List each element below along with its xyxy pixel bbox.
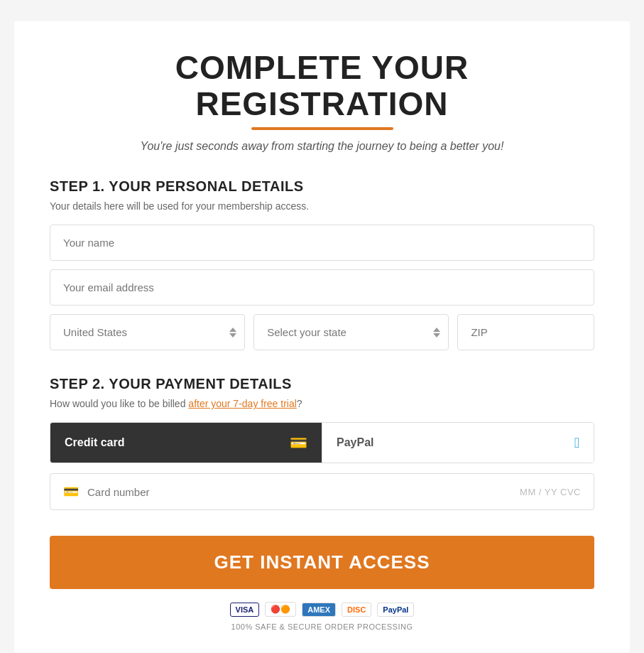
tab-credit-card[interactable]: Credit card 💳 xyxy=(50,423,322,463)
mastercard-badge: 🔴🟠 xyxy=(265,602,296,617)
submit-button[interactable]: GET INSTANT ACCESS xyxy=(50,536,594,589)
step2-desc-suffix: ? xyxy=(297,398,302,409)
card-extras-label: MM / YY CVC xyxy=(520,487,581,497)
title-underline xyxy=(251,127,393,130)
trial-link[interactable]: after your 7-day free trial xyxy=(188,398,297,409)
country-select[interactable]: United States xyxy=(50,314,245,350)
tab-paypal[interactable]: PayPal 𝏅 xyxy=(322,423,594,463)
step2-section: STEP 2. YOUR PAYMENT DETAILS How would y… xyxy=(50,376,594,510)
country-select-wrapper: United States xyxy=(50,314,245,350)
step2-desc-prefix: How would you like to be billed xyxy=(50,398,188,409)
paypal-icon: 𝏅 xyxy=(574,435,579,451)
step2-description: How would you like to be billed after yo… xyxy=(50,398,594,409)
location-row: United States Select your state xyxy=(50,314,594,350)
registration-container: COMPLETE YOUR REGISTRATION You're just s… xyxy=(14,21,630,652)
state-select[interactable]: Select your state xyxy=(253,314,449,350)
amex-badge: AMEX xyxy=(302,603,336,617)
zip-input[interactable] xyxy=(457,314,594,350)
payment-tabs: Credit card 💳 PayPal 𝏅 xyxy=(50,422,594,463)
discover-badge: DISC xyxy=(342,603,371,617)
page-title: COMPLETE YOUR REGISTRATION xyxy=(50,50,594,122)
credit-card-tab-label: Credit card xyxy=(65,436,124,449)
secure-text: 100% SAFE & SECURE ORDER PROCESSING xyxy=(50,622,594,631)
credit-card-icon: 💳 xyxy=(290,434,307,451)
paypal-tab-label: PayPal xyxy=(337,436,373,449)
step1-heading: STEP 1. YOUR PERSONAL DETAILS xyxy=(50,178,594,195)
visa-badge: VISA xyxy=(230,603,260,617)
card-field-icon: 💳 xyxy=(63,484,79,500)
step1-section: STEP 1. YOUR PERSONAL DETAILS Your detai… xyxy=(50,178,594,350)
email-input[interactable] xyxy=(50,269,594,306)
paypal-badge: PayPal xyxy=(377,603,414,617)
step2-heading: STEP 2. YOUR PAYMENT DETAILS xyxy=(50,376,594,392)
state-select-wrapper: Select your state xyxy=(253,314,449,350)
step1-description: Your details here will be used for your … xyxy=(50,200,594,212)
name-input[interactable] xyxy=(50,225,594,261)
zip-wrapper xyxy=(457,314,594,350)
payment-icons-row: VISA 🔴🟠 AMEX DISC PayPal xyxy=(50,602,594,617)
subtitle: You're just seconds away from starting t… xyxy=(50,140,594,153)
card-number-row: 💳 MM / YY CVC xyxy=(50,473,594,510)
card-number-input[interactable] xyxy=(87,486,520,498)
